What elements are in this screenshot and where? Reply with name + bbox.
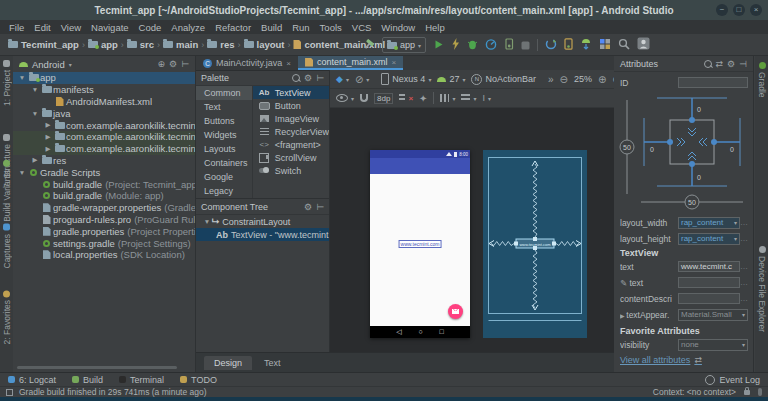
- overflow-chevron-icon[interactable]: »: [548, 74, 554, 85]
- text-appearance-dropdown[interactable]: Material.Small▾: [678, 309, 748, 321]
- collapse-arrow-icon[interactable]: ▼: [17, 169, 27, 176]
- visibility-dropdown[interactable]: none▾: [678, 339, 748, 351]
- design-text-input[interactable]: [678, 277, 740, 288]
- expand-arrow-icon[interactable]: ▶: [43, 121, 53, 129]
- tree-item[interactable]: ▼java: [13, 107, 195, 119]
- tree-item[interactable]: ▶res: [13, 155, 195, 167]
- memory-indicator[interactable]: [758, 388, 762, 396]
- tree-item[interactable]: proguard-rules.pro (ProGuard Rules for a…: [13, 214, 195, 226]
- close-button[interactable]: ×: [750, 4, 762, 16]
- run-configuration-selector[interactable]: app▾: [382, 37, 426, 53]
- stop-icon[interactable]: [521, 36, 530, 54]
- swap-panel-icon[interactable]: ⇄: [716, 59, 724, 69]
- menu-analyze[interactable]: Analyze: [166, 22, 210, 33]
- breadcrumb-item[interactable]: res: [207, 39, 234, 50]
- tree-item[interactable]: build.gradle (Module: app): [13, 190, 195, 202]
- tool-strip-captures[interactable]: Captures: [2, 224, 12, 269]
- tree-item[interactable]: build.gradle (Project: Tecmint_app): [13, 178, 195, 190]
- menu-run[interactable]: Run: [287, 22, 314, 33]
- lock-icon[interactable]: [744, 390, 750, 395]
- gear-icon[interactable]: ⚙: [304, 73, 312, 83]
- palette-item-fragment[interactable]: <><fragment>: [253, 138, 329, 151]
- gear-icon[interactable]: ⚙: [169, 59, 177, 69]
- infer-constraints-icon[interactable]: ✦: [419, 93, 427, 104]
- avatar-icon[interactable]: [637, 36, 650, 54]
- autoconnect-magnet-icon[interactable]: [360, 94, 368, 102]
- design-canvas[interactable]: 8:00 www.tecmint.com ◁ ○ □: [330, 108, 614, 352]
- editor-tab-MainActivity-java[interactable]: CMainActivity.java×: [196, 56, 298, 70]
- close-icon[interactable]: ×: [286, 59, 291, 68]
- expand-arrow-icon[interactable]: ▶: [43, 145, 53, 153]
- more-icon[interactable]: …: [740, 262, 748, 271]
- menu-navigate[interactable]: Navigate: [86, 22, 134, 33]
- tree-item[interactable]: ▶com.example.aaronkilik.tecmint_app (tes…: [13, 143, 195, 155]
- minimize-button[interactable]: −: [716, 4, 728, 16]
- tree-item[interactable]: ▶com.example.aaronkilik.tecmint_app (and…: [13, 131, 195, 143]
- palette-category-legacy[interactable]: Legacy: [196, 184, 252, 198]
- palette-item-textview[interactable]: AbTextView: [253, 86, 329, 99]
- tool-strip-favorites[interactable]: 2: Favorites: [2, 290, 12, 344]
- project-structure-icon[interactable]: [599, 36, 611, 54]
- tree-item[interactable]: ▼app: [13, 72, 195, 84]
- horizontal-scrollbar[interactable]: [17, 366, 177, 369]
- tool-strip-device-file-explorer[interactable]: Device File Explorer: [757, 246, 767, 332]
- collapse-arrow-icon[interactable]: ▼: [30, 86, 40, 93]
- menu-vcs[interactable]: VCS: [347, 22, 377, 33]
- api-selector[interactable]: 27▾: [437, 74, 465, 84]
- text-input[interactable]: www.tecmint.c: [678, 261, 740, 272]
- textview-widget[interactable]: www.tecmint.com: [399, 240, 442, 248]
- component-tree-item[interactable]: AbTextView - "www.tecmint.com": [196, 228, 329, 241]
- layout-width-dropdown[interactable]: rap_content▾: [678, 217, 740, 229]
- breadcrumb-item[interactable]: app: [88, 39, 118, 50]
- device-selector[interactable]: Nexus 4▾: [381, 73, 431, 85]
- menu-refactor[interactable]: Refactor: [210, 22, 256, 33]
- palette-item-button[interactable]: Button: [253, 99, 329, 112]
- fab-button[interactable]: [448, 304, 463, 319]
- maximize-button[interactable]: □: [733, 4, 745, 16]
- palette-item-switch[interactable]: Switch: [253, 164, 329, 177]
- more-icon[interactable]: …: [740, 234, 748, 243]
- tree-item[interactable]: ▼Gradle Scripts: [13, 166, 195, 178]
- tree-item[interactable]: AndroidManifest.xml: [13, 96, 195, 108]
- editor-tab-content_main-xml[interactable]: content_main.xml×: [298, 56, 403, 70]
- menu-edit[interactable]: Edit: [29, 22, 55, 33]
- menu-file[interactable]: File: [4, 22, 29, 33]
- collapse-all-icon[interactable]: ⊢: [181, 59, 189, 69]
- gear-icon[interactable]: ⚙: [727, 59, 735, 69]
- breadcrumb-item[interactable]: src: [127, 39, 154, 50]
- tool-strip-project[interactable]: 1: Project: [2, 60, 12, 106]
- palette-category-layouts[interactable]: Layouts: [196, 142, 252, 156]
- menu-window[interactable]: Window: [376, 22, 420, 33]
- breadcrumb-item[interactable]: Tecmint_app: [8, 39, 79, 50]
- event-log-button[interactable]: Event Log: [705, 375, 760, 385]
- tool-strip-gradle[interactable]: Gradle: [757, 62, 767, 98]
- run-icon[interactable]: [433, 36, 444, 54]
- content-description-input[interactable]: [678, 293, 740, 304]
- palette-category-text[interactable]: Text: [196, 100, 252, 114]
- attach-debugger-icon[interactable]: [504, 36, 514, 54]
- guideline-selector[interactable]: I▾: [482, 93, 491, 103]
- theme-selector[interactable]: NNoActionBar: [471, 74, 536, 85]
- mode-tab-design[interactable]: Design: [204, 356, 252, 370]
- menu-build[interactable]: Build: [256, 22, 287, 33]
- search-icon[interactable]: [704, 60, 712, 68]
- apply-changes-icon[interactable]: [451, 36, 460, 54]
- profile-icon[interactable]: [485, 36, 497, 54]
- menu-code[interactable]: Code: [134, 22, 167, 33]
- clear-constraints-button[interactable]: ×: [399, 94, 413, 103]
- sync-project-icon[interactable]: [545, 36, 557, 54]
- minimize-panel-icon[interactable]: ⊢: [316, 202, 324, 212]
- more-icon[interactable]: …: [740, 218, 748, 227]
- view-options-button[interactable]: ▾: [336, 94, 354, 102]
- minimize-panel-icon[interactable]: ⊢: [316, 73, 324, 83]
- expand-arrow-icon[interactable]: ▶: [43, 133, 53, 141]
- expand-arrow-icon[interactable]: ▶: [30, 156, 40, 164]
- menu-help[interactable]: Help: [420, 22, 450, 33]
- search-icon[interactable]: [292, 74, 300, 82]
- default-margin-selector[interactable]: 8dp: [374, 93, 393, 104]
- breadcrumb-item[interactable]: main: [163, 39, 198, 50]
- palette-item-recyclerview[interactable]: RecyclerView: [253, 125, 329, 138]
- palette-category-containers[interactable]: Containers: [196, 156, 252, 170]
- mode-tab-text[interactable]: Text: [254, 356, 291, 370]
- tree-item[interactable]: settings.gradle (Project Settings): [13, 237, 195, 249]
